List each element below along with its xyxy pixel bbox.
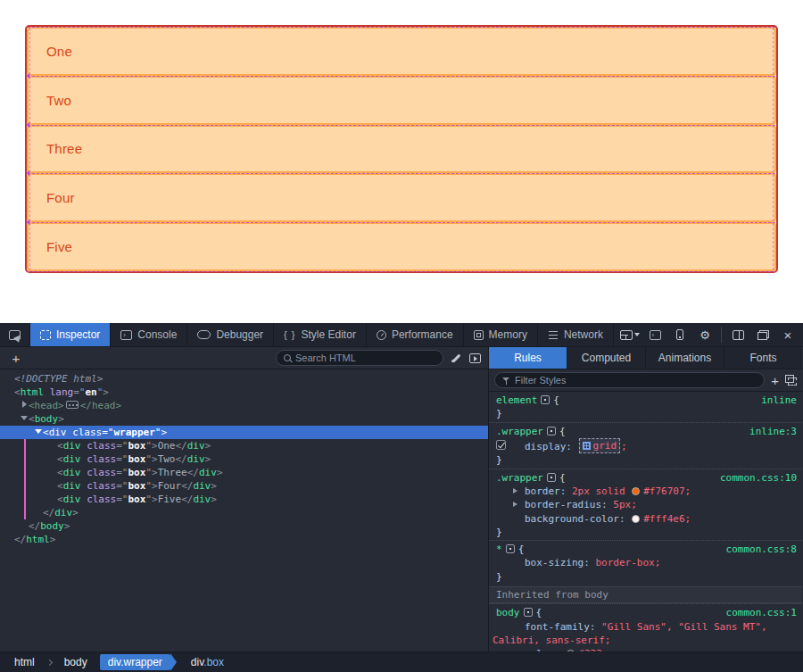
split-console-button[interactable]: › <box>643 323 666 346</box>
grid-box-label: Two <box>46 93 71 108</box>
markup-token: > <box>211 480 217 492</box>
markup-node[interactable]: <div class="box">Two</div> <box>0 452 488 466</box>
rule-selector[interactable]: .wrapper <box>496 426 543 437</box>
markup-node[interactable]: </div> <box>0 506 488 519</box>
expand-arrow-right-icon[interactable] <box>20 399 29 412</box>
sidebar-tab-rules[interactable]: Rules <box>489 347 567 369</box>
dock-side-button[interactable] <box>726 323 749 346</box>
sidebar-tab-computed[interactable]: Computed <box>567 347 646 369</box>
css-rule: element{inline} <box>489 392 802 422</box>
markup-node[interactable]: <head></head> <box>0 399 488 412</box>
rule-selector[interactable]: .wrapper <box>496 472 543 484</box>
css-declaration[interactable]: display: grid; <box>489 438 802 453</box>
markup-token: div <box>49 427 67 438</box>
markup-node[interactable]: <body> <box>0 412 488 426</box>
color-swatch[interactable] <box>567 650 575 651</box>
markup-node[interactable]: <html lang="en"> <box>0 386 488 399</box>
separate-window-icon <box>757 330 769 340</box>
selector-highlighter-icon[interactable] <box>547 427 556 436</box>
grid-highlighter-badge[interactable]: grid <box>579 438 621 453</box>
css-declaration[interactable]: box-sizing: border-box; <box>489 556 802 569</box>
tab-network[interactable]: Network <box>538 323 614 346</box>
markup-panel: + <!DOCTYPE html><html lang="en"><head><… <box>0 347 489 651</box>
breadcrumb-item[interactable]: html <box>9 654 40 670</box>
markup-node[interactable]: </html> <box>0 533 488 546</box>
expand-arrow-right-icon[interactable] <box>513 502 517 507</box>
tab-debugger[interactable]: Debugger <box>187 323 274 346</box>
pick-element-button[interactable] <box>0 323 30 346</box>
rule-source-link[interactable]: inline:3 <box>749 425 797 438</box>
tab-memory[interactable]: Memory <box>464 323 538 346</box>
markup-node[interactable]: <div class="box">Three</div> <box>0 466 488 479</box>
tab-label: Network <box>564 328 603 341</box>
breadcrumb-label: html <box>14 656 35 668</box>
add-node-button[interactable]: + <box>7 351 25 366</box>
rule-source-link[interactable]: common.css:8 <box>726 543 797 556</box>
rule-selector[interactable]: * <box>496 543 502 555</box>
tab-label: Console <box>137 328 177 341</box>
filter-styles-input[interactable] <box>515 375 757 386</box>
property-name: display: <box>525 441 578 452</box>
breadcrumb-item[interactable]: div.box <box>186 654 229 670</box>
property-name: background-color: <box>525 513 631 525</box>
markup-node-selected[interactable]: <div class="wrapper"> <box>0 426 488 439</box>
selector-highlighter-icon[interactable] <box>506 544 515 553</box>
tab-console[interactable]: ›Console <box>111 323 187 346</box>
search-html-input[interactable] <box>295 353 435 363</box>
rule-source-link[interactable]: inline <box>761 394 797 407</box>
eyedropper-icon[interactable] <box>451 353 462 364</box>
open-brace: { <box>559 426 566 437</box>
sidebar-tab-animations[interactable]: Animations <box>646 347 724 369</box>
tab-performance[interactable]: Performance <box>367 323 464 346</box>
markup-token: > <box>217 467 223 478</box>
breadcrumb-item[interactable]: body <box>59 654 93 670</box>
declaration-checkbox[interactable] <box>496 440 506 450</box>
sidebar-tab-fonts[interactable]: Fonts <box>724 347 802 369</box>
css-declaration[interactable]: color: #333; <box>489 647 802 651</box>
tab-style-editor[interactable]: { }Style Editor <box>274 323 367 346</box>
add-rule-button[interactable]: + <box>771 373 779 388</box>
search-html-box[interactable] <box>276 350 443 366</box>
grid-box-label: Five <box>46 239 72 254</box>
css-declaration[interactable]: border: 2px solid #f76707; <box>489 485 802 498</box>
markup-token: body <box>40 520 64 532</box>
expand-arrow-down-icon[interactable] <box>20 412 29 426</box>
close-button[interactable]: × <box>776 323 799 346</box>
filter-styles-box[interactable] <box>494 372 765 388</box>
rule-selector[interactable]: element <box>496 394 537 406</box>
css-declaration[interactable]: border-radius: 5px; <box>489 498 802 511</box>
responsive-mode-button[interactable] <box>668 323 691 346</box>
paint-flashing-icon[interactable] <box>469 353 481 363</box>
separate-window-button[interactable] <box>751 323 774 346</box>
selector-highlighter-icon[interactable] <box>541 395 550 404</box>
rule-source-link[interactable]: common.css:1 <box>726 606 797 619</box>
markup-node[interactable]: </body> <box>0 519 488 533</box>
markup-node[interactable]: <div class="box">One</div> <box>0 439 488 452</box>
markup-node[interactable]: <div class="box">Five</div> <box>0 493 488 506</box>
css-declaration[interactable]: font-family: "Gill Sans", "Gill Sans MT"… <box>489 620 802 634</box>
markup-token: div <box>63 494 81 505</box>
style-editor-icon: { } <box>284 329 295 340</box>
expand-arrow-down-icon[interactable] <box>34 426 43 439</box>
markup-token: Four <box>158 480 182 492</box>
selector-highlighter-icon[interactable] <box>547 473 556 482</box>
console-icon: › <box>120 330 132 340</box>
expand-arrow-right-icon[interactable] <box>513 488 517 494</box>
settings-button[interactable]: ⚙ <box>693 323 716 346</box>
rule-source-link[interactable]: common.css:10 <box>720 471 797 485</box>
markup-token: =" <box>116 467 128 478</box>
collapsed-content-badge[interactable] <box>66 401 79 409</box>
color-swatch[interactable] <box>632 487 640 495</box>
grid-wrapper: OneTwoThreeFourFive <box>25 25 778 273</box>
rule-selector[interactable]: body <box>496 607 520 618</box>
markup-node[interactable]: <div class="box">Four</div> <box>0 479 488 493</box>
selector-highlighter-icon[interactable] <box>524 608 533 617</box>
pseudo-class-panel-icon[interactable] <box>785 375 797 386</box>
tab-inspector[interactable]: Inspector <box>30 323 111 346</box>
property-value: ; <box>621 441 627 452</box>
iframe-picker-button[interactable] <box>618 323 642 346</box>
css-declaration[interactable]: background-color: #fff4e6; <box>489 512 802 526</box>
breadcrumb-item-active[interactable]: div.wrapper <box>100 654 170 670</box>
markup-node[interactable]: <!DOCTYPE html> <box>0 372 488 386</box>
color-swatch[interactable] <box>632 515 640 523</box>
